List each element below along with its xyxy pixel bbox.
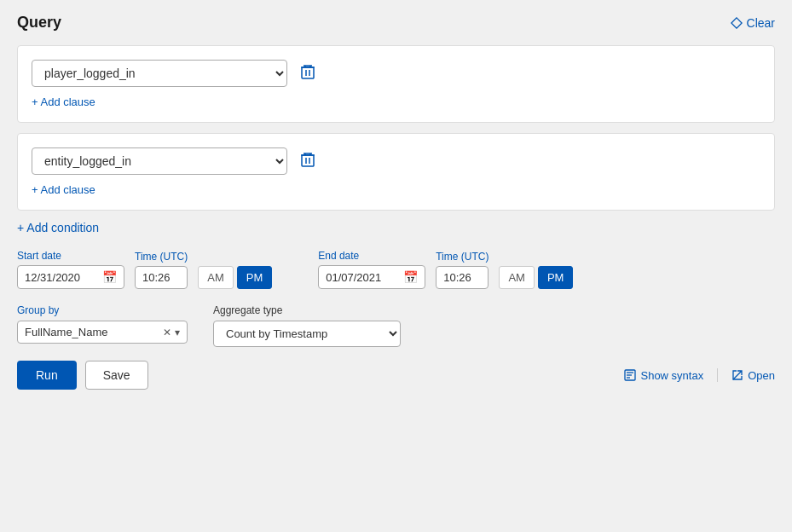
start-time-label: Time (UTC) [135, 251, 188, 263]
diamond-icon [731, 17, 743, 29]
date-time-section: Start date 📅 Time (UTC) AM PM End date 📅 [17, 250, 775, 289]
svg-rect-8 [302, 155, 314, 166]
add-clause-2-label: + Add clause [32, 183, 95, 196]
group-by-section: Group by FullName_Name ✕ ▾ [17, 304, 188, 344]
query-page: Query Clear player_logged_in entity_logg… [0, 0, 792, 532]
start-time-input-wrapper [135, 266, 188, 289]
aggregate-label: Aggregate type [213, 304, 401, 316]
svg-marker-0 [731, 17, 741, 27]
actions-row: Run Save Show syntax Open [17, 361, 775, 390]
add-clause-2-button[interactable]: + Add clause [32, 183, 95, 196]
add-clause-1-label: + Add clause [32, 95, 95, 108]
condition-row-2: player_logged_in entity_logged_in [32, 147, 760, 175]
right-actions: Show syntax Open [624, 368, 775, 382]
end-time-label: Time (UTC) [436, 251, 488, 263]
group-by-input-wrapper[interactable]: FullName_Name ✕ ▾ [17, 321, 188, 344]
start-date-label: Start date [17, 250, 124, 262]
trash-icon [301, 64, 315, 79]
group-by-label: Group by [17, 304, 188, 316]
aggregate-select[interactable]: Count by Timestamp Sum Average Min Max [213, 321, 401, 347]
group-by-controls: ✕ ▾ [163, 327, 180, 338]
condition-row-1: player_logged_in entity_logged_in [32, 60, 760, 87]
end-time-input[interactable] [443, 271, 477, 284]
add-clause-1-button[interactable]: + Add clause [32, 95, 95, 108]
trash-icon [301, 152, 315, 167]
divider [717, 368, 718, 382]
chevron-down-icon[interactable]: ▾ [175, 327, 180, 338]
end-date-input-wrapper: 📅 [318, 265, 425, 289]
end-ampm-group: AM PM [499, 266, 573, 289]
end-date-label: End date [318, 250, 425, 262]
aggregate-section: Aggregate type Count by Timestamp Sum Av… [213, 304, 401, 347]
start-date-group: Start date 📅 [17, 250, 124, 289]
start-time-input[interactable] [142, 271, 176, 284]
svg-rect-1 [302, 67, 314, 78]
end-calendar-icon[interactable]: 📅 [403, 270, 418, 284]
end-date-group: End date 📅 [318, 250, 425, 289]
start-date-input-wrapper: 📅 [17, 265, 124, 289]
end-time-group: Time (UTC) [436, 251, 488, 289]
end-time-input-wrapper [436, 266, 488, 289]
bottom-row: Group by FullName_Name ✕ ▾ Aggregate typ… [17, 304, 775, 347]
page-header: Query Clear [17, 14, 775, 32]
event-select-1[interactable]: player_logged_in entity_logged_in [32, 60, 287, 87]
save-button[interactable]: Save [85, 361, 148, 390]
start-calendar-icon[interactable]: 📅 [102, 270, 117, 284]
show-syntax-label: Show syntax [640, 369, 703, 382]
start-time-group: Time (UTC) [135, 251, 188, 289]
end-date-input[interactable] [326, 271, 398, 284]
left-actions: Run Save [17, 361, 148, 390]
delete-condition-1-button[interactable] [296, 62, 320, 84]
clear-group-by-icon[interactable]: ✕ [163, 327, 171, 338]
condition-card-2: player_logged_in entity_logged_in + Add … [17, 133, 775, 211]
start-pm-button[interactable]: PM [237, 266, 273, 289]
delete-condition-2-button[interactable] [296, 150, 320, 172]
end-am-button[interactable]: AM [499, 266, 535, 289]
open-label: Open [748, 369, 775, 382]
start-date-input[interactable] [25, 271, 97, 284]
add-condition-label: + Add condition [17, 221, 99, 234]
group-by-value: FullName_Name [25, 326, 158, 338]
page-title: Query [17, 14, 61, 32]
add-condition-button[interactable]: + Add condition [17, 221, 775, 234]
show-syntax-button[interactable]: Show syntax [624, 369, 703, 382]
clear-button[interactable]: Clear [731, 16, 775, 30]
open-button[interactable]: Open [731, 369, 775, 382]
start-ampm-group: AM PM [198, 266, 272, 289]
open-icon [731, 369, 743, 381]
condition-card-1: player_logged_in entity_logged_in + Add … [17, 45, 775, 123]
syntax-icon [624, 369, 636, 381]
end-pm-button[interactable]: PM [538, 266, 574, 289]
run-button[interactable]: Run [17, 361, 77, 390]
clear-label: Clear [747, 16, 775, 30]
start-am-button[interactable]: AM [198, 266, 234, 289]
event-select-2[interactable]: player_logged_in entity_logged_in [32, 147, 287, 175]
